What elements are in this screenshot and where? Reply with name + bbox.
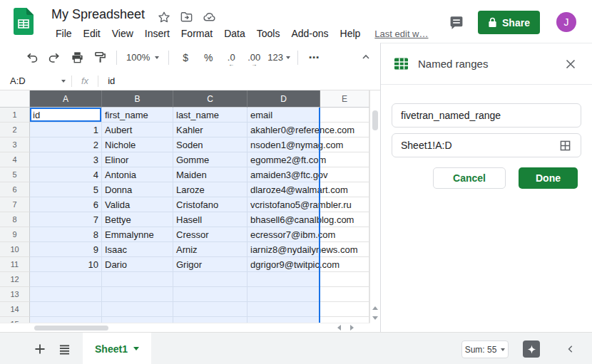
cell-C5[interactable]: Maiden: [173, 167, 247, 182]
row-header-8[interactable]: 8: [0, 212, 30, 227]
document-title[interactable]: My Spreadsheet: [51, 7, 145, 22]
horizontal-scrollbar[interactable]: [0, 323, 370, 332]
cell-C11[interactable]: Grigor: [173, 257, 247, 272]
cloud-status-icon[interactable]: [203, 10, 216, 24]
range-ref-input[interactable]: [401, 140, 558, 151]
cell-D3[interactable]: nsoden1@nymag.com: [247, 137, 320, 152]
cell-C12[interactable]: [173, 272, 247, 287]
vertical-scrollbar-thumb[interactable]: [372, 110, 378, 130]
cell-D14[interactable]: [247, 302, 320, 317]
decrease-decimal-button[interactable]: .0←: [222, 48, 240, 67]
cell-B12[interactable]: [102, 272, 173, 287]
share-button[interactable]: Share: [478, 11, 540, 34]
cell-B3[interactable]: Nichole: [102, 137, 173, 152]
cell-E1[interactable]: [320, 108, 369, 123]
cell-A7[interactable]: 6: [30, 197, 102, 212]
menu-item-view[interactable]: View: [106, 26, 139, 41]
cell-C4[interactable]: Gomme: [173, 152, 247, 167]
cell-D5[interactable]: amaiden3@ftc.gov: [247, 167, 320, 182]
print-icon[interactable]: [68, 48, 86, 67]
cell-B9[interactable]: Emmalynne: [102, 227, 173, 242]
cell-A5[interactable]: 4: [30, 167, 102, 182]
cell-C9[interactable]: Cressor: [173, 227, 247, 242]
cell-E12[interactable]: [320, 272, 369, 287]
cell-C8[interactable]: Hasell: [173, 212, 247, 227]
add-sheet-plus-icon[interactable]: [31, 340, 49, 358]
cell-A6[interactable]: 5: [30, 182, 102, 197]
avatar[interactable]: J: [556, 12, 576, 32]
cell-D10[interactable]: iarniz8@nydailynews.com: [247, 242, 320, 257]
star-icon[interactable]: [157, 10, 170, 24]
column-header-E[interactable]: E: [320, 90, 369, 108]
scroll-up-button[interactable]: [370, 303, 379, 313]
cell-B13[interactable]: [102, 287, 173, 302]
cell-B1[interactable]: first_name: [102, 108, 173, 123]
cell-C7[interactable]: Cristofano: [173, 197, 247, 212]
row-header-14[interactable]: 14: [0, 302, 30, 317]
cell-D4[interactable]: egomme2@ft.com: [247, 152, 320, 167]
cell-D9[interactable]: ecressor7@ibm.com: [247, 227, 320, 242]
cell-D11[interactable]: dgrigor9@twitpic.com: [247, 257, 320, 272]
explore-icon[interactable]: [523, 340, 540, 358]
row-header-12[interactable]: 12: [0, 272, 30, 287]
cancel-button[interactable]: Cancel: [433, 167, 506, 189]
menu-item-addons[interactable]: Add-ons: [285, 26, 334, 41]
row-header-7[interactable]: 7: [0, 197, 30, 212]
cell-C2[interactable]: Kahler: [173, 123, 247, 137]
cell-B6[interactable]: Donna: [102, 182, 173, 197]
all-sheets-menu-icon[interactable]: [56, 340, 73, 358]
row-header-1[interactable]: 1: [0, 108, 30, 123]
row-header-13[interactable]: 13: [0, 287, 30, 302]
cell-B4[interactable]: Elinor: [102, 152, 173, 167]
paint-format-icon[interactable]: [91, 48, 109, 67]
menu-item-tools[interactable]: Tools: [251, 26, 286, 41]
cell-A14[interactable]: [30, 302, 102, 317]
cell-B10[interactable]: Isaac: [102, 242, 173, 257]
cell-B11[interactable]: Dario: [102, 257, 173, 272]
zoom-control[interactable]: 100%: [122, 52, 163, 63]
row-header-6[interactable]: 6: [0, 182, 30, 197]
cell-A2[interactable]: 1: [30, 123, 102, 137]
sheets-logo-icon[interactable]: [14, 8, 34, 35]
cell-C10[interactable]: Arniz: [173, 242, 247, 257]
cell-B2[interactable]: Aubert: [102, 123, 173, 137]
range-name-input[interactable]: [401, 110, 572, 121]
cell-D2[interactable]: akahler0@reference.com: [247, 123, 320, 137]
cell-E13[interactable]: [320, 287, 369, 302]
menu-item-format[interactable]: Format: [175, 26, 218, 41]
chevron-left-icon[interactable]: [563, 342, 578, 356]
row-header-11[interactable]: 11: [0, 257, 30, 272]
cell-A4[interactable]: 3: [30, 152, 102, 167]
row-header-4[interactable]: 4: [0, 152, 30, 167]
cell-D13[interactable]: [247, 287, 320, 302]
menu-item-help[interactable]: Help: [335, 26, 367, 41]
sum-badge[interactable]: Sum: 55: [461, 340, 509, 358]
cell-B14[interactable]: [102, 302, 173, 317]
cell-B5[interactable]: Antonia: [102, 167, 173, 182]
collapse-toolbar-chevron-up-icon[interactable]: [357, 48, 374, 66]
name-box[interactable]: A:D: [0, 76, 71, 86]
column-header-A[interactable]: A: [30, 90, 102, 108]
cell-C3[interactable]: Soden: [173, 137, 247, 152]
format-currency-button[interactable]: $: [176, 48, 195, 67]
scroll-left-button[interactable]: [333, 323, 345, 332]
horizontal-scrollbar-thumb[interactable]: [34, 326, 108, 331]
move-folder-icon[interactable]: [180, 10, 193, 24]
number-format-button[interactable]: 123: [267, 48, 290, 67]
cell-D12[interactable]: [247, 272, 320, 287]
column-header-D[interactable]: D: [247, 90, 320, 108]
comment-icon[interactable]: [446, 13, 466, 33]
cell-D8[interactable]: bhasell6@canalblog.com: [247, 212, 320, 227]
menu-item-edit[interactable]: Edit: [78, 26, 106, 41]
more-toolbar-items-button[interactable]: ⋯: [305, 48, 324, 67]
menu-item-data[interactable]: Data: [218, 26, 251, 41]
cell-C13[interactable]: [173, 287, 247, 302]
cell-C6[interactable]: Laroze: [173, 182, 247, 197]
cell-A13[interactable]: [30, 287, 102, 302]
scroll-down-button[interactable]: [370, 313, 379, 323]
cell-A9[interactable]: 8: [30, 227, 102, 242]
redo-icon[interactable]: [45, 48, 63, 67]
menu-item-insert[interactable]: Insert: [139, 26, 175, 41]
cell-D6[interactable]: dlaroze4@walmart.com: [247, 182, 320, 197]
menu-item-file[interactable]: File: [50, 26, 78, 41]
